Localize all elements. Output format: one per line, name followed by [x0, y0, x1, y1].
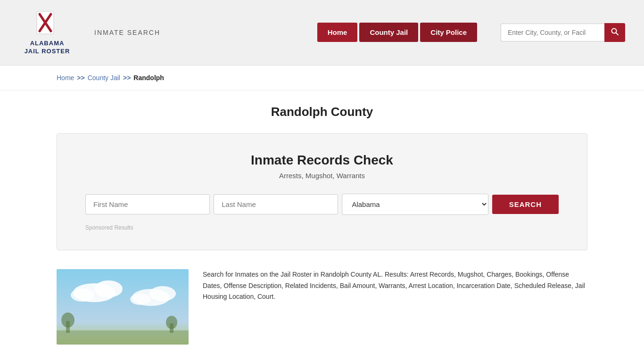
bottom-section: Search for Inmates on the Jail Roster in… — [57, 269, 587, 359]
records-box: Inmate Records Check Arrests, Mugshot, W… — [57, 133, 587, 250]
svg-point-10 — [149, 286, 176, 301]
last-name-input[interactable] — [214, 194, 338, 214]
breadcrumb-home[interactable]: Home — [57, 74, 74, 82]
records-subtitle: Arrests, Mugshot, Warrants — [85, 172, 559, 180]
svg-line-4 — [616, 33, 619, 35]
breadcrumb-current: Randolph — [133, 74, 164, 82]
inmate-search-label: INMATE SEARCH — [94, 29, 160, 36]
records-search-form: AlabamaAlaskaArizonaArkansasCaliforniaCo… — [85, 194, 559, 215]
state-select[interactable]: AlabamaAlaskaArizonaArkansasCaliforniaCo… — [342, 194, 488, 215]
logo-text: ALABAMA JAIL ROSTER — [25, 40, 70, 56]
svg-rect-12 — [57, 330, 189, 345]
nav-buttons: Home County Jail City Police — [317, 23, 477, 42]
sponsored-label: Sponsored Results — [85, 224, 559, 231]
svg-point-11 — [130, 294, 151, 305]
svg-point-8 — [71, 288, 94, 302]
svg-point-7 — [94, 280, 123, 297]
header-search-input[interactable] — [501, 24, 604, 41]
breadcrumb: Home >> County Jail >> Randolph — [57, 74, 587, 82]
nav-county-jail-button[interactable]: County Jail — [359, 23, 418, 42]
main-content: Randolph County Inmate Records Check Arr… — [0, 90, 644, 362]
nav-city-police-button[interactable]: City Police — [420, 23, 477, 42]
page-title: Randolph County — [57, 105, 587, 119]
breadcrumb-sep-1: >> — [77, 74, 84, 82]
header-search-bar — [501, 23, 625, 42]
nav-home-button[interactable]: Home — [317, 23, 358, 42]
search-icon — [611, 28, 619, 35]
bottom-description: Search for Inmates on the Jail Roster in… — [203, 269, 587, 345]
bottom-image — [57, 269, 189, 345]
records-search-button[interactable]: SEARCH — [492, 195, 559, 214]
breadcrumb-area: Home >> County Jail >> Randolph — [0, 66, 644, 90]
svg-point-16 — [166, 316, 177, 329]
svg-point-14 — [61, 313, 74, 328]
first-name-input[interactable] — [85, 194, 210, 214]
records-title: Inmate Records Check — [85, 153, 559, 168]
breadcrumb-sep-2: >> — [123, 74, 131, 82]
header-search-button[interactable] — [604, 23, 625, 42]
breadcrumb-county-jail[interactable]: County Jail — [88, 74, 120, 82]
header: ALABAMA JAIL ROSTER INMATE SEARCH Home C… — [0, 0, 644, 66]
bottom-image-svg — [57, 269, 189, 345]
logo-icon — [33, 9, 61, 38]
logo-area: ALABAMA JAIL ROSTER — [19, 9, 75, 56]
